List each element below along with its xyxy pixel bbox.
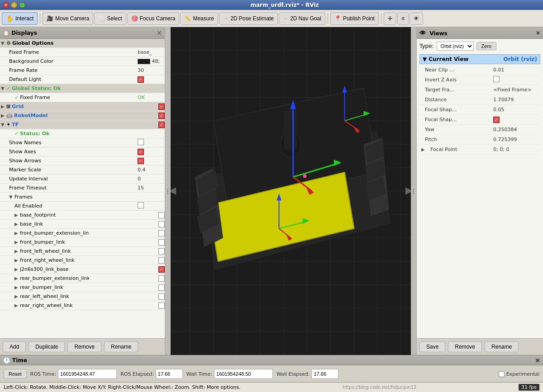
all-enabled-row[interactable]: All Enabled: [0, 202, 165, 211]
target-frame-row[interactable]: Target Fra... <Fixed Frame>: [419, 85, 540, 95]
rear-left-wheel-checkbox[interactable]: [158, 293, 165, 300]
front-bumper-row[interactable]: ▶ front_bumper_link: [0, 238, 165, 247]
time-reset-button[interactable]: Reset: [4, 369, 27, 379]
focal-point-row[interactable]: ▶ Focal Point 0; 0; 0: [419, 145, 540, 155]
show-axes-checkbox[interactable]: ✓: [138, 149, 144, 155]
interact-label: Interact: [15, 15, 33, 22]
views-remove-button[interactable]: Remove: [448, 341, 482, 352]
show-names-row[interactable]: Show Names: [0, 138, 165, 147]
ros-elapsed-input[interactable]: [156, 369, 183, 379]
focus-camera-label: Focus Camera: [140, 15, 176, 22]
views-close-button[interactable]: ✕: [536, 30, 540, 36]
wall-time-input[interactable]: [214, 369, 273, 379]
invert-z-checkbox[interactable]: [493, 76, 500, 82]
base-footprint-row[interactable]: ▶ base_footprint: [0, 211, 165, 220]
current-view-header[interactable]: ▼ Current View Orbit (rviz): [419, 54, 540, 64]
views-save-button[interactable]: Save: [419, 341, 445, 352]
add-button[interactable]: Add: [3, 341, 26, 352]
invert-z-row[interactable]: Invert Z Axis: [419, 75, 540, 85]
close-button[interactable]: ✕: [3, 2, 9, 8]
base-footprint-checkbox[interactable]: [158, 212, 165, 218]
extra-2-button[interactable]: ≡: [397, 12, 409, 25]
front-bumper-ext-checkbox[interactable]: [158, 230, 165, 236]
front-left-wheel-row[interactable]: ▶ front_left_wheel_link: [0, 247, 165, 256]
robot-model-checkbox[interactable]: ✓: [158, 113, 165, 119]
displays-close-button[interactable]: ✕: [157, 29, 162, 37]
front-right-wheel-checkbox[interactable]: [158, 257, 165, 264]
rear-right-wheel-checkbox[interactable]: [158, 302, 165, 309]
views-rename-button[interactable]: Rename: [485, 341, 519, 352]
rear-bumper-row[interactable]: ▶ rear_bumper_link: [0, 283, 165, 292]
time-close-button[interactable]: ✕: [535, 357, 540, 364]
pitch-row[interactable]: Pitch 0.725399: [419, 135, 540, 145]
global-options-row[interactable]: ▼ ⚙ Global Options: [0, 39, 165, 48]
show-arrows-row[interactable]: Show Arrows ✓: [0, 156, 165, 165]
rear-bumper-checkbox[interactable]: [158, 284, 165, 291]
experimental-checkbox[interactable]: [499, 371, 505, 377]
show-names-checkbox[interactable]: [138, 139, 144, 145]
resize-handle-right[interactable]: ⋮: [411, 27, 416, 355]
frame-rate-row[interactable]: Frame Rate 30: [0, 66, 165, 75]
all-enabled-checkbox[interactable]: [138, 202, 144, 208]
rear-right-wheel-row[interactable]: ▶ rear_right_wheel_link: [0, 301, 165, 310]
displays-content[interactable]: ▼ ⚙ Global Options Fixed Frame base_ Bac…: [0, 39, 165, 338]
2d-pose-button[interactable]: → 2D Pose Estimate: [219, 12, 278, 25]
remove-button[interactable]: Remove: [67, 341, 101, 352]
show-arrows-checkbox[interactable]: ✓: [138, 158, 144, 164]
rear-bumper-ext-checkbox[interactable]: [158, 275, 165, 282]
views-type-select[interactable]: Orbit (rviz): [437, 42, 474, 51]
grid-checkbox[interactable]: ✓: [158, 104, 165, 110]
tf-status-row[interactable]: ✓ Status: Ok: [0, 129, 165, 138]
move-camera-button[interactable]: 🎥 Move Camera: [43, 12, 93, 25]
j2n6s300-label: j2n6s300_link_base: [20, 266, 89, 272]
focus-camera-button[interactable]: 🎯 Focus Camera: [127, 12, 180, 25]
j2n6s300-checkbox[interactable]: ✓: [158, 266, 165, 273]
robot-model-row[interactable]: ▶ 🤖 RobotModel ✓: [0, 111, 165, 120]
focal-shape-checkbox[interactable]: ✓: [493, 117, 500, 123]
grid-row[interactable]: ▶ ⊞ Grid ✓: [0, 102, 165, 111]
background-color-row[interactable]: Background Color 48;: [0, 57, 165, 66]
yaw-row[interactable]: Yaw 0.250384: [419, 125, 540, 135]
rear-left-wheel-row[interactable]: ▶ rear_left_wheel_link: [0, 292, 165, 301]
focal-shape-size-row[interactable]: Focal Shap... 0.05: [419, 105, 540, 115]
default-light-row[interactable]: Default Light ✓: [0, 75, 165, 84]
base-link-checkbox[interactable]: [158, 221, 165, 227]
rename-button[interactable]: Rename: [104, 341, 138, 352]
tf-checkbox[interactable]: ✓: [158, 122, 165, 128]
focal-shape-enabled-row[interactable]: Focal Shap... ✓: [419, 115, 540, 125]
front-bumper-ext-row[interactable]: ▶ front_bumper_extension_link: [0, 229, 165, 238]
publish-point-button[interactable]: 📍 Publish Point: [330, 12, 379, 25]
show-axes-row[interactable]: Show Axes ✓: [0, 147, 165, 156]
maximize-button[interactable]: □: [19, 2, 25, 8]
extra-3-button[interactable]: 👁: [410, 12, 423, 25]
global-status-row[interactable]: ▼ ✓ Global Status: Ok: [0, 84, 165, 93]
extra-1-button[interactable]: ✛: [384, 12, 396, 25]
fixed-frame-status-row[interactable]: ✓ Fixed Frame OK: [0, 93, 165, 102]
3d-viewport[interactable]: ◀ ▶: [171, 27, 411, 355]
rear-bumper-ext-row[interactable]: ▶ rear_bumper_extension_link: [0, 274, 165, 283]
j2n6s300-row[interactable]: ▶ j2n6s300_link_base ✓: [0, 265, 165, 274]
interact-button[interactable]: ✋ Interact: [2, 12, 38, 25]
ros-time-input[interactable]: [58, 369, 117, 379]
select-button[interactable]: ⬜ Select: [94, 12, 126, 25]
near-clip-row[interactable]: Near Clip ... 0.01: [419, 65, 540, 75]
frames-row[interactable]: ▼ Frames: [0, 193, 165, 202]
front-right-wheel-row[interactable]: ▶ front_right_wheel_link: [0, 256, 165, 265]
front-bumper-checkbox[interactable]: [158, 239, 165, 246]
update-interval-row[interactable]: Update Interval 0: [0, 175, 165, 184]
resize-handle-left[interactable]: ⋮: [165, 27, 171, 355]
default-light-checkbox[interactable]: ✓: [138, 76, 144, 83]
2d-nav-button[interactable]: → 2D Nav Goal: [279, 12, 325, 25]
measure-button[interactable]: 📏 Measure: [180, 12, 218, 25]
distance-row[interactable]: Distance 1.70079: [419, 95, 540, 105]
front-left-wheel-checkbox[interactable]: [158, 248, 165, 255]
wall-elapsed-input[interactable]: [311, 369, 338, 379]
tf-row[interactable]: ▼ ✦ TF ✓: [0, 120, 165, 129]
fixed-frame-row[interactable]: Fixed Frame base_: [0, 48, 165, 57]
base-link-row[interactable]: ▶ base_link: [0, 220, 165, 229]
duplicate-button[interactable]: Duplicate: [29, 341, 65, 352]
marker-scale-row[interactable]: Marker Scale 0.4: [0, 165, 165, 175]
minimize-button[interactable]: −: [11, 2, 17, 8]
views-zero-button[interactable]: Zero: [476, 42, 497, 50]
frame-timeout-row[interactable]: Frame Timeout 15: [0, 184, 165, 193]
